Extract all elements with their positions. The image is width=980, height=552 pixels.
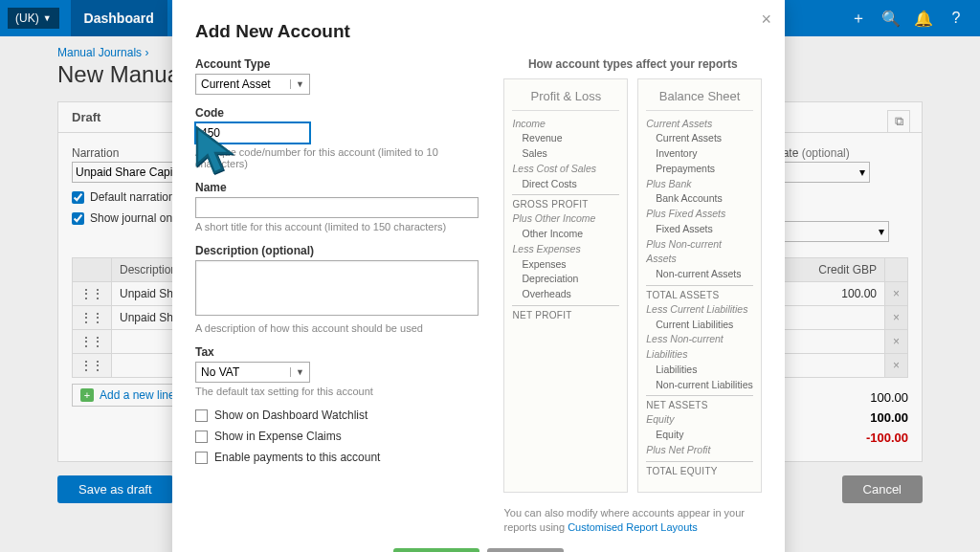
code-input[interactable] (195, 122, 310, 144)
account-type-dropdown[interactable]: Current Asset▼ (195, 74, 310, 95)
cancel-button[interactable]: Cancel (487, 548, 564, 552)
name-hint: A short title for this account (limited … (195, 221, 479, 232)
name-label: Name (195, 181, 479, 194)
profit-loss-card: Profit & Loss Income Revenue Sales Less … (503, 78, 628, 493)
chk-expense-claims[interactable]: Show in Expense Claims (195, 430, 479, 443)
account-type-label: Account Type (195, 57, 479, 71)
modal-title: Add New Account (195, 21, 762, 42)
reports-note: You can also modify where accounts appea… (503, 506, 762, 536)
description-input[interactable] (195, 260, 479, 316)
description-label: Description (optional) (195, 244, 479, 257)
tax-hint: The default tax setting for this account (195, 386, 479, 397)
chk-watchlist[interactable]: Show on Dashboard Watchlist (195, 408, 479, 422)
customised-layouts-link[interactable]: Customised Report Layouts (568, 521, 698, 533)
save-button[interactable]: Save (393, 548, 479, 552)
chk-enable-payments[interactable]: Enable payments to this account (195, 451, 479, 464)
reports-title: How account types affect your reports (503, 57, 762, 71)
tax-dropdown[interactable]: No VAT▼ (195, 362, 310, 383)
code-hint: A unique code/number for this account (l… (195, 146, 479, 169)
name-input[interactable] (195, 197, 479, 218)
add-account-modal: × Add New Account Account Type Current A… (172, 0, 785, 552)
close-icon[interactable]: × (761, 10, 771, 30)
tax-label: Tax (195, 345, 479, 359)
description-hint: A description of how this account should… (195, 322, 479, 334)
balance-sheet-card: Balance Sheet Current Assets Current Ass… (637, 78, 762, 493)
code-label: Code (195, 106, 479, 120)
